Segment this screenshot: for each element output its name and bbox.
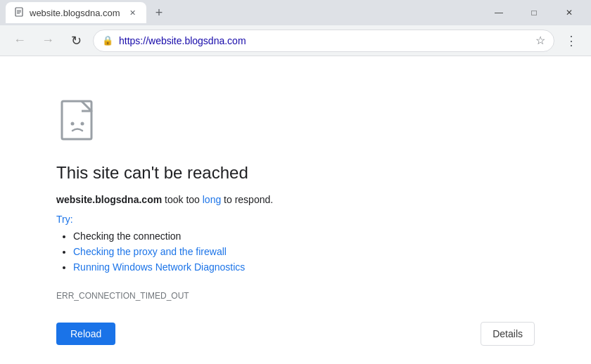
menu-icon: ⋮	[565, 33, 578, 48]
lock-icon: 🔒	[102, 35, 113, 46]
list-item: Running Windows Network Diagnostics	[73, 261, 535, 273]
close-window-button[interactable]: ✕	[553, 2, 585, 23]
title-bar: website.blogsdna.com ✕ + — □ ✕	[0, 0, 591, 25]
error-code: ERR_CONNECTION_TIMED_OUT	[56, 291, 535, 301]
reload-button[interactable]: ↻	[65, 30, 87, 52]
error-desc-end: to respond.	[221, 194, 273, 205]
error-description: website.blogsdna.com took too long to re…	[56, 194, 535, 205]
address-bar[interactable]: 🔒 https://website.blogsdna.com ☆	[93, 30, 554, 52]
tab-close-button[interactable]: ✕	[127, 7, 138, 18]
menu-button[interactable]: ⋮	[560, 30, 583, 52]
try-text: Try:	[56, 214, 73, 225]
error-page-icon	[56, 98, 101, 149]
error-heading: This site can't be reached	[56, 163, 535, 183]
suggestion-check-connection: Checking the connection	[73, 230, 181, 242]
tab-title: website.blogsdna.com	[30, 8, 121, 18]
error-desc-highlight: long	[203, 194, 221, 205]
suggestions-list: Checking the connection Checking the pro…	[56, 230, 535, 277]
maximize-button[interactable]: □	[518, 2, 550, 23]
svg-point-6	[81, 122, 84, 126]
error-desc-middle: took too	[162, 194, 203, 205]
list-item: Checking the proxy and the firewall	[73, 246, 535, 257]
details-button[interactable]: Details	[481, 322, 535, 346]
new-tab-button[interactable]: +	[149, 3, 169, 22]
minimize-button[interactable]: —	[483, 2, 515, 23]
svg-point-5	[71, 122, 75, 126]
forward-button[interactable]: →	[37, 30, 59, 52]
suggestion-diagnostics-link[interactable]: Running Windows Network Diagnostics	[73, 261, 245, 273]
url-display: https://website.blogsdna.com	[119, 35, 530, 46]
tab-favicon	[14, 7, 24, 19]
reload-icon: ↻	[71, 33, 82, 48]
reload-button[interactable]: Reload	[56, 323, 115, 345]
error-domain: website.blogsdna.com	[56, 194, 162, 205]
window-controls: — □ ✕	[483, 2, 585, 23]
browser-tab[interactable]: website.blogsdna.com ✕	[6, 2, 146, 23]
page-actions: Reload Details	[56, 322, 535, 346]
error-page: This site can't be reached website.blogs…	[0, 56, 591, 364]
toolbar-right-actions: ⋮	[560, 30, 583, 52]
back-icon: ←	[13, 33, 26, 48]
list-item: Checking the connection	[73, 230, 535, 242]
suggestion-proxy-link[interactable]: Checking the proxy and the firewall	[73, 246, 227, 257]
back-button[interactable]: ←	[8, 30, 31, 52]
bookmark-icon[interactable]: ☆	[535, 34, 545, 47]
forward-icon: →	[42, 33, 54, 48]
browser-toolbar: ← → ↻ 🔒 https://website.blogsdna.com ☆ ⋮	[0, 25, 591, 56]
try-label: Try:	[56, 214, 535, 225]
